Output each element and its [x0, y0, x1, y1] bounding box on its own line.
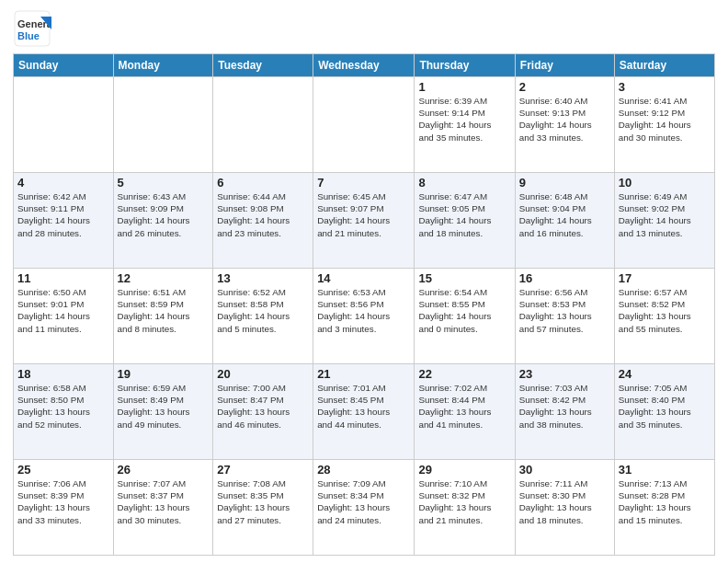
day-number: 14	[317, 271, 410, 285]
day-info: Sunrise: 6:53 AM Sunset: 8:56 PM Dayligh…	[317, 286, 410, 335]
calendar-day-header: Saturday	[614, 54, 714, 77]
calendar-cell: 11Sunrise: 6:50 AM Sunset: 9:01 PM Dayli…	[14, 269, 114, 364]
calendar-cell: 9Sunrise: 6:48 AM Sunset: 9:04 PM Daylig…	[515, 173, 614, 269]
header: General Blue	[13, 9, 715, 48]
day-info: Sunrise: 7:03 AM Sunset: 8:42 PM Dayligh…	[519, 382, 610, 431]
day-number: 19	[118, 367, 210, 381]
calendar-cell: 4Sunrise: 6:42 AM Sunset: 9:11 PM Daylig…	[14, 173, 114, 269]
day-info: Sunrise: 6:56 AM Sunset: 8:53 PM Dayligh…	[519, 286, 610, 335]
calendar-day-header: Friday	[515, 54, 614, 77]
day-info: Sunrise: 6:41 AM Sunset: 9:12 PM Dayligh…	[619, 95, 711, 144]
calendar-cell: 3Sunrise: 6:41 AM Sunset: 9:12 PM Daylig…	[614, 77, 714, 173]
calendar-week-row: 4Sunrise: 6:42 AM Sunset: 9:11 PM Daylig…	[14, 173, 715, 269]
day-number: 5	[118, 176, 210, 190]
day-info: Sunrise: 6:49 AM Sunset: 9:02 PM Dayligh…	[619, 190, 711, 239]
day-number: 29	[418, 463, 510, 477]
day-info: Sunrise: 7:09 AM Sunset: 8:34 PM Dayligh…	[317, 477, 410, 526]
calendar-day-header: Thursday	[415, 54, 515, 77]
calendar-cell: 23Sunrise: 7:03 AM Sunset: 8:42 PM Dayli…	[515, 364, 614, 460]
calendar-cell: 28Sunrise: 7:09 AM Sunset: 8:34 PM Dayli…	[313, 460, 415, 556]
day-info: Sunrise: 6:52 AM Sunset: 8:58 PM Dayligh…	[217, 286, 309, 335]
calendar-cell: 8Sunrise: 6:47 AM Sunset: 9:05 PM Daylig…	[415, 173, 515, 269]
day-info: Sunrise: 6:42 AM Sunset: 9:11 PM Dayligh…	[17, 190, 109, 239]
day-info: Sunrise: 7:05 AM Sunset: 8:40 PM Dayligh…	[619, 382, 711, 431]
day-number: 11	[17, 271, 109, 285]
day-number: 21	[317, 367, 410, 381]
day-info: Sunrise: 6:43 AM Sunset: 9:09 PM Dayligh…	[118, 190, 210, 239]
day-number: 17	[619, 271, 711, 285]
day-info: Sunrise: 6:39 AM Sunset: 9:14 PM Dayligh…	[418, 95, 510, 144]
calendar-cell: 5Sunrise: 6:43 AM Sunset: 9:09 PM Daylig…	[113, 173, 213, 269]
calendar-cell: 10Sunrise: 6:49 AM Sunset: 9:02 PM Dayli…	[614, 173, 714, 269]
day-number: 9	[519, 176, 610, 190]
calendar-cell: 17Sunrise: 6:57 AM Sunset: 8:52 PM Dayli…	[614, 269, 714, 364]
calendar-cell: 30Sunrise: 7:11 AM Sunset: 8:30 PM Dayli…	[515, 460, 614, 556]
calendar-day-header: Monday	[113, 54, 213, 77]
svg-text:Blue: Blue	[17, 30, 40, 41]
day-number: 28	[317, 463, 410, 477]
day-number: 10	[619, 176, 711, 190]
day-info: Sunrise: 7:06 AM Sunset: 8:39 PM Dayligh…	[17, 477, 109, 526]
calendar-cell: 12Sunrise: 6:51 AM Sunset: 8:59 PM Dayli…	[113, 269, 213, 364]
day-info: Sunrise: 7:02 AM Sunset: 8:44 PM Dayligh…	[418, 382, 510, 431]
calendar-day-header: Wednesday	[313, 54, 415, 77]
day-info: Sunrise: 7:11 AM Sunset: 8:30 PM Dayligh…	[519, 477, 610, 526]
calendar-week-row: 25Sunrise: 7:06 AM Sunset: 8:39 PM Dayli…	[14, 460, 715, 556]
calendar-cell: 22Sunrise: 7:02 AM Sunset: 8:44 PM Dayli…	[415, 364, 515, 460]
day-info: Sunrise: 7:13 AM Sunset: 8:28 PM Dayligh…	[619, 477, 711, 526]
day-info: Sunrise: 6:47 AM Sunset: 9:05 PM Dayligh…	[418, 190, 510, 239]
day-number: 26	[118, 463, 210, 477]
calendar-cell: 21Sunrise: 7:01 AM Sunset: 8:45 PM Dayli…	[313, 364, 415, 460]
day-number: 12	[118, 271, 210, 285]
day-info: Sunrise: 6:45 AM Sunset: 9:07 PM Dayligh…	[317, 190, 410, 239]
calendar-cell: 31Sunrise: 7:13 AM Sunset: 8:28 PM Dayli…	[614, 460, 714, 556]
page-container: General Blue SundayMondayTuesdayWednesda…	[0, 0, 728, 563]
day-info: Sunrise: 6:40 AM Sunset: 9:13 PM Dayligh…	[519, 95, 610, 144]
day-number: 6	[217, 176, 309, 190]
day-number: 1	[418, 80, 510, 94]
calendar-week-row: 11Sunrise: 6:50 AM Sunset: 9:01 PM Dayli…	[14, 269, 715, 364]
calendar-cell: 25Sunrise: 7:06 AM Sunset: 8:39 PM Dayli…	[14, 460, 114, 556]
calendar-cell: 19Sunrise: 6:59 AM Sunset: 8:49 PM Dayli…	[113, 364, 213, 460]
calendar-cell: 15Sunrise: 6:54 AM Sunset: 8:55 PM Dayli…	[415, 269, 515, 364]
calendar-cell	[313, 77, 415, 173]
day-number: 18	[17, 367, 109, 381]
day-number: 24	[619, 367, 711, 381]
day-info: Sunrise: 6:57 AM Sunset: 8:52 PM Dayligh…	[619, 286, 711, 335]
day-info: Sunrise: 6:44 AM Sunset: 9:08 PM Dayligh…	[217, 190, 309, 239]
calendar-cell: 24Sunrise: 7:05 AM Sunset: 8:40 PM Dayli…	[614, 364, 714, 460]
calendar-cell: 2Sunrise: 6:40 AM Sunset: 9:13 PM Daylig…	[515, 77, 614, 173]
day-info: Sunrise: 7:01 AM Sunset: 8:45 PM Dayligh…	[317, 382, 410, 431]
logo-icon: General Blue	[13, 9, 51, 48]
calendar-table: SundayMondayTuesdayWednesdayThursdayFrid…	[13, 53, 715, 556]
day-number: 23	[519, 367, 610, 381]
day-number: 20	[217, 367, 309, 381]
calendar-cell	[14, 77, 114, 173]
calendar-cell: 14Sunrise: 6:53 AM Sunset: 8:56 PM Dayli…	[313, 269, 415, 364]
calendar-cell: 16Sunrise: 6:56 AM Sunset: 8:53 PM Dayli…	[515, 269, 614, 364]
day-number: 15	[418, 271, 510, 285]
day-info: Sunrise: 6:54 AM Sunset: 8:55 PM Dayligh…	[418, 286, 510, 335]
day-number: 13	[217, 271, 309, 285]
day-info: Sunrise: 7:10 AM Sunset: 8:32 PM Dayligh…	[418, 477, 510, 526]
day-number: 2	[519, 80, 610, 94]
day-info: Sunrise: 7:08 AM Sunset: 8:35 PM Dayligh…	[217, 477, 309, 526]
logo: General Blue	[13, 9, 51, 48]
calendar-week-row: 18Sunrise: 6:58 AM Sunset: 8:50 PM Dayli…	[14, 364, 715, 460]
day-info: Sunrise: 6:50 AM Sunset: 9:01 PM Dayligh…	[17, 286, 109, 335]
day-number: 30	[519, 463, 610, 477]
day-number: 25	[17, 463, 109, 477]
day-number: 8	[418, 176, 510, 190]
day-number: 31	[619, 463, 711, 477]
day-number: 7	[317, 176, 410, 190]
calendar-cell	[113, 77, 213, 173]
calendar-cell: 1Sunrise: 6:39 AM Sunset: 9:14 PM Daylig…	[415, 77, 515, 173]
day-number: 16	[519, 271, 610, 285]
calendar-cell: 20Sunrise: 7:00 AM Sunset: 8:47 PM Dayli…	[213, 364, 313, 460]
calendar-cell: 13Sunrise: 6:52 AM Sunset: 8:58 PM Dayli…	[213, 269, 313, 364]
calendar-day-header: Sunday	[14, 54, 114, 77]
day-number: 4	[17, 176, 109, 190]
day-info: Sunrise: 6:58 AM Sunset: 8:50 PM Dayligh…	[17, 382, 109, 431]
calendar-cell: 29Sunrise: 7:10 AM Sunset: 8:32 PM Dayli…	[415, 460, 515, 556]
day-info: Sunrise: 7:07 AM Sunset: 8:37 PM Dayligh…	[118, 477, 210, 526]
